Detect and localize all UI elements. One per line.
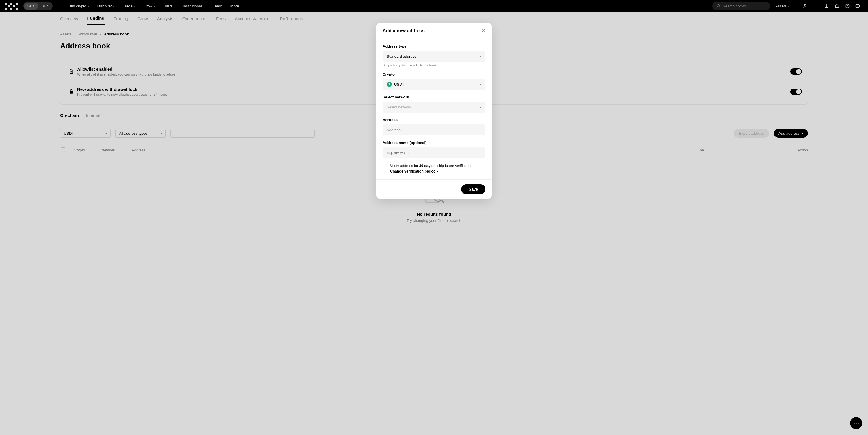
close-icon[interactable]: ✕	[481, 28, 486, 34]
crypto-label: Crypto	[382, 72, 486, 76]
verify-text: Verify address for 30 days to skip futur…	[390, 164, 473, 168]
address-type-label: Address type	[382, 44, 486, 48]
modal-title: Add a new address	[382, 28, 425, 33]
address-type-hint: Supports crypto on a selected network	[382, 63, 486, 67]
address-type-select[interactable]: Standard address ▾	[382, 51, 486, 62]
modal-header: Add a new address ✕	[376, 23, 492, 39]
network-select[interactable]: Select network ▾	[382, 102, 486, 112]
modal-footer: Save	[376, 179, 492, 199]
verify-checkbox[interactable]	[382, 164, 387, 168]
address-input[interactable]	[382, 124, 486, 135]
change-period-link[interactable]: Change verification period ›	[390, 169, 438, 174]
modal-overlay[interactable]: Add a new address ✕ Address type Standar…	[0, 0, 868, 241]
modal-body: Address type Standard address ▾ Supports…	[376, 39, 492, 179]
chevron-down-icon: ▾	[480, 83, 482, 86]
verify-row: Verify address for 30 days to skip futur…	[382, 163, 486, 174]
chevron-down-icon: ▾	[480, 55, 482, 58]
network-label: Select network	[382, 95, 486, 99]
usdt-icon: T	[386, 81, 392, 87]
name-label: Address name (optional)	[382, 140, 486, 145]
name-input[interactable]	[382, 147, 486, 158]
crypto-select[interactable]: T USDT ▾	[382, 79, 486, 90]
chevron-right-icon: ›	[437, 169, 438, 174]
save-button[interactable]: Save	[461, 184, 486, 194]
chevron-down-icon: ▾	[480, 106, 482, 109]
address-label: Address	[382, 118, 486, 122]
add-address-modal: Add a new address ✕ Address type Standar…	[376, 23, 492, 199]
